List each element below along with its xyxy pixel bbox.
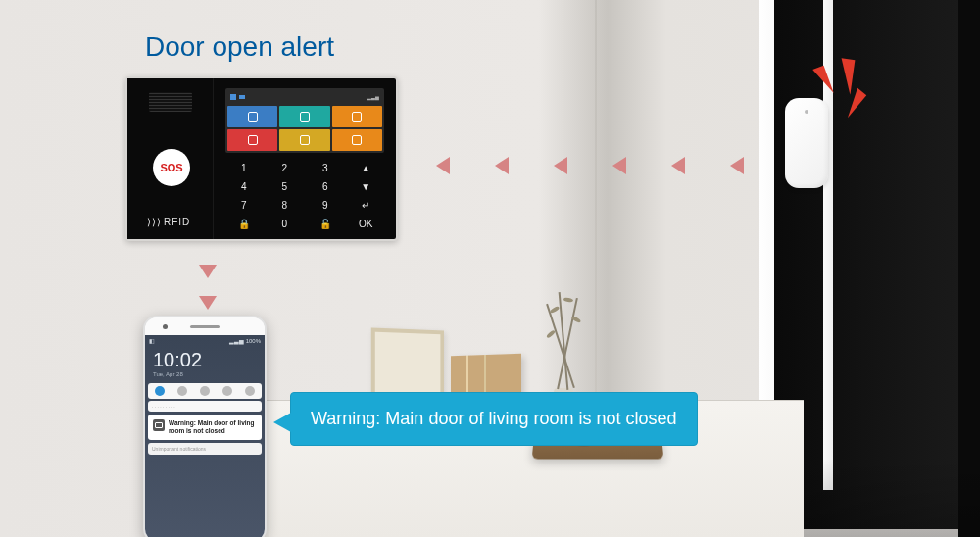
door-slab — [958, 0, 980, 537]
key-0[interactable]: 0 — [267, 217, 304, 231]
phone-time: 10:02 — [145, 345, 265, 371]
phone-status-bar: ◧▂▃▅ 100% — [145, 335, 265, 345]
message-icon — [153, 419, 165, 431]
notification-card[interactable]: Warning: Main door of living room is not… — [148, 415, 262, 440]
tile-1[interactable] — [227, 106, 277, 127]
signal-arrow-icon — [730, 157, 744, 174]
key-lock[interactable]: 🔒 — [225, 217, 263, 231]
alert-burst-icon — [813, 59, 892, 137]
tile-5[interactable] — [279, 129, 329, 151]
key-8[interactable]: 8 — [267, 198, 304, 213]
tile-6[interactable] — [332, 129, 382, 151]
key-1[interactable]: 1 — [225, 161, 263, 175]
tile-4[interactable] — [227, 129, 277, 151]
sound-icon[interactable] — [222, 386, 232, 396]
speaker-grille — [149, 92, 192, 112]
phone-date: Tue, Apr 28 — [145, 371, 265, 381]
panel-status-bar: ▂▃▅ — [227, 90, 382, 104]
rfid-text: RFID — [164, 217, 190, 227]
page-title: Door open alert — [145, 31, 334, 63]
key-5[interactable]: 5 — [267, 179, 304, 194]
bluetooth-icon[interactable] — [177, 386, 187, 396]
settings-icon[interactable] — [245, 386, 255, 396]
keypad: 1 2 3 ▲ 4 5 6 ▼ 7 8 9 ↵ 🔒 0 🔓 OK — [225, 161, 384, 231]
tile-2[interactable] — [279, 106, 329, 127]
key-9[interactable]: 9 — [307, 198, 344, 213]
flashlight-icon[interactable] — [200, 386, 210, 396]
phone-quick-settings[interactable] — [148, 383, 262, 399]
signal-arrow-icon — [436, 157, 450, 174]
panel-screen: ▂▃▅ — [225, 88, 384, 153]
sos-button[interactable]: SOS — [153, 149, 190, 186]
key-ok[interactable]: OK — [348, 217, 385, 231]
key-4[interactable]: 4 — [225, 179, 263, 194]
wifi-icon[interactable] — [155, 386, 165, 396]
key-down[interactable]: ▼ — [348, 179, 385, 194]
phone-bezel-top — [145, 317, 265, 335]
phone-screen[interactable]: ◧▂▃▅ 100% 10:02 Tue, Apr 28 · · · · · · … — [145, 335, 265, 537]
key-unlock[interactable]: 🔓 — [307, 217, 344, 231]
signal-arrow-icon — [199, 265, 217, 278]
notification-text: Warning: Main door of living room is not… — [169, 419, 257, 435]
phone: ◧▂▃▅ 100% 10:02 Tue, Apr 28 · · · · · · … — [143, 316, 267, 537]
key-enter[interactable]: ↵ — [348, 198, 385, 213]
phone-sub-row: · · · · · · · · · — [148, 401, 262, 412]
panel-left: SOS ⟩⟩⟩RFID — [127, 78, 214, 239]
key-3[interactable]: 3 — [307, 161, 344, 175]
signal-arrow-icon — [612, 157, 626, 174]
panel-right: ▂▃▅ 1 2 3 ▲ 4 5 6 ▼ 7 8 9 ↵ 🔒 0 🔓 OK — [214, 78, 396, 239]
warning-bubble: Warning: Main door of living room is not… — [290, 392, 698, 446]
tile-3[interactable] — [332, 106, 382, 127]
key-7[interactable]: 7 — [225, 198, 263, 213]
signal-arrow-icon — [554, 157, 567, 174]
key-6[interactable]: 6 — [307, 179, 344, 194]
signal-arrow-icon — [671, 157, 685, 174]
key-up[interactable]: ▲ — [348, 161, 385, 175]
signal-arrow-icon — [495, 157, 509, 174]
rfid-label: ⟩⟩⟩RFID — [147, 217, 190, 227]
key-2[interactable]: 2 — [267, 161, 304, 175]
warning-text: Warning: Main door of living room is not… — [311, 409, 677, 428]
signal-arrow-icon — [199, 296, 217, 310]
notification-footer[interactable]: Unimportant notifications — [148, 443, 262, 455]
alarm-panel: SOS ⟩⟩⟩RFID ▂▃▅ 1 2 3 ▲ 4 5 6 ▼ 7 8 — [125, 76, 398, 241]
